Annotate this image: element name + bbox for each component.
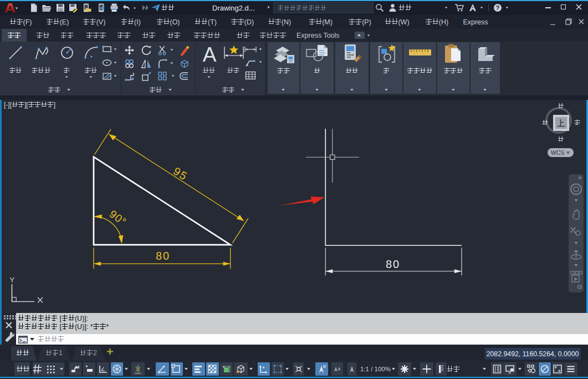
svg-text:80: 80 — [156, 250, 170, 262]
svg-text:80: 80 — [386, 258, 400, 270]
svg-text:?: ? — [496, 4, 499, 11]
svg-text:Y: Y — [9, 276, 14, 284]
svg-text:90°: 90° — [107, 208, 129, 228]
svg-text:95: 95 — [171, 165, 190, 183]
